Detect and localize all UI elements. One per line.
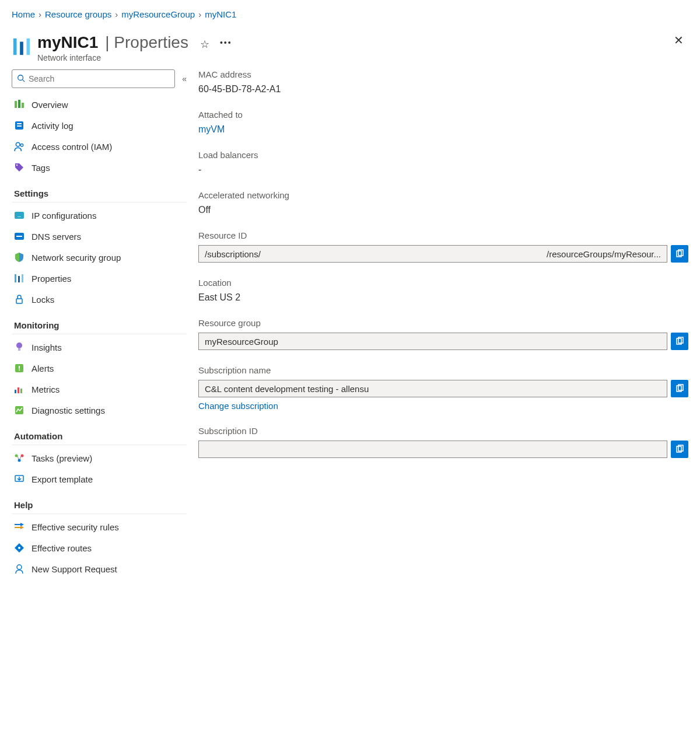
field-subscription-id: Subscription ID [198, 426, 688, 458]
resource-group-value[interactable]: myResourceGroup [198, 333, 667, 350]
svg-point-22 [16, 342, 22, 348]
field-resource-group: Resource group myResourceGroup [198, 318, 688, 350]
nav-effective-security-rules[interactable]: Effective security rules [12, 516, 187, 537]
activity-log-icon [14, 120, 24, 131]
nav-alerts[interactable]: Alerts [12, 358, 187, 379]
nav-export-template[interactable]: Export template [12, 469, 187, 490]
breadcrumb-resource[interactable]: myNIC1 [205, 9, 236, 19]
copy-button[interactable] [671, 245, 688, 263]
svg-line-34 [18, 456, 19, 459]
svg-rect-7 [22, 103, 24, 108]
subscription-id-value[interactable] [198, 441, 667, 458]
field-label: Subscription ID [198, 426, 688, 436]
svg-rect-6 [18, 100, 20, 108]
nav-ip-configurations[interactable]: ... IP configurations [12, 205, 187, 226]
svg-point-11 [16, 142, 20, 146]
svg-text:...: ... [18, 214, 21, 218]
nav-label: Alerts [32, 363, 54, 373]
effective-security-icon [14, 522, 24, 532]
nav-access-control[interactable]: Access control (IAM) [12, 136, 187, 157]
svg-rect-0 [13, 39, 17, 55]
breadcrumb-home[interactable]: Home [12, 9, 35, 19]
svg-rect-18 [15, 274, 16, 282]
nav-network-security-group[interactable]: Network security group [12, 247, 187, 268]
field-value: - [198, 165, 688, 175]
nav-label: Access control (IAM) [32, 142, 112, 152]
nav-tasks[interactable]: Tasks (preview) [12, 448, 187, 469]
svg-rect-1 [20, 42, 23, 55]
properties-panel: MAC address 60-45-BD-78-A2-A1 Attached t… [198, 69, 688, 579]
svg-rect-17 [16, 236, 22, 237]
metrics-icon [14, 384, 24, 394]
nav-properties[interactable]: Properties [12, 268, 187, 289]
alerts-icon [14, 363, 24, 373]
svg-point-3 [18, 75, 23, 80]
nav-label: New Support Request [32, 564, 117, 574]
nav-dns-servers[interactable]: DNS servers [12, 226, 187, 247]
nav-label: Tags [32, 163, 50, 173]
nav-new-support-request[interactable]: New Support Request [12, 558, 187, 579]
nav-label: Export template [32, 474, 93, 484]
svg-rect-26 [19, 369, 20, 370]
section-automation: Automation [12, 421, 187, 445]
effective-routes-icon [14, 543, 24, 553]
section-monitoring: Monitoring [12, 310, 187, 334]
more-actions-icon[interactable]: ••• [220, 38, 232, 47]
search-box[interactable] [12, 69, 175, 88]
search-input[interactable] [29, 74, 170, 83]
nav-overview[interactable]: Overview [12, 94, 187, 115]
field-label: Accelerated networking [198, 190, 688, 200]
nav-insights[interactable]: Insights [12, 337, 187, 358]
field-label: Subscription name [198, 365, 688, 375]
nav-label: IP configurations [32, 211, 96, 221]
sidebar: « Overview Activity log Access control (… [12, 69, 187, 579]
nav-label: Metrics [32, 385, 60, 394]
search-icon [17, 74, 25, 84]
copy-button[interactable] [671, 380, 688, 397]
close-button[interactable]: ✕ [674, 33, 684, 47]
nav-effective-routes[interactable]: Effective routes [12, 537, 187, 558]
svg-point-42 [18, 547, 20, 549]
copy-button[interactable] [671, 333, 688, 350]
favorite-star-icon[interactable]: ☆ [200, 38, 209, 51]
resource-id-value[interactable]: /subscriptions/ /resourceGroups/myResour… [198, 245, 667, 263]
nav-diagnostic-settings[interactable]: Diagnostic settings [12, 400, 187, 421]
breadcrumb: Home › Resource groups › myResourceGroup… [0, 0, 700, 24]
nav-tags[interactable]: Tags [12, 157, 187, 178]
section-settings: Settings [12, 178, 187, 202]
field-label: Resource ID [198, 230, 688, 240]
svg-rect-27 [15, 390, 16, 393]
nav-label: DNS servers [32, 232, 81, 242]
breadcrumb-resource-groups[interactable]: Resource groups [45, 9, 111, 19]
diagnostic-icon [14, 405, 24, 415]
field-label: Attached to [198, 110, 688, 120]
breadcrumb-group[interactable]: myResourceGroup [121, 9, 195, 19]
field-value: East US 2 [198, 292, 688, 303]
svg-point-32 [21, 455, 24, 457]
subscription-name-value[interactable]: C&L content development testing - allens… [198, 380, 667, 397]
svg-rect-2 [27, 39, 30, 55]
change-subscription-link[interactable]: Change subscription [198, 401, 278, 411]
collapse-sidebar-icon[interactable]: « [182, 74, 187, 83]
attached-vm-link[interactable]: myVM [198, 124, 225, 134]
nav-locks[interactable]: Locks [12, 289, 187, 310]
svg-line-4 [23, 79, 25, 82]
nav-label: Overview [32, 100, 68, 110]
field-attached-to: Attached to myVM [198, 110, 688, 135]
nav-activity-log[interactable]: Activity log [12, 115, 187, 136]
copy-button[interactable] [671, 441, 688, 458]
svg-rect-20 [22, 274, 23, 282]
svg-rect-21 [16, 299, 22, 303]
page-title: myNIC1 [37, 33, 98, 52]
svg-rect-10 [17, 125, 22, 127]
field-mac-address: MAC address 60-45-BD-78-A2-A1 [198, 69, 688, 95]
field-value: Off [198, 205, 688, 215]
ip-config-icon: ... [14, 210, 24, 221]
tasks-icon [14, 453, 24, 463]
field-value: 60-45-BD-78-A2-A1 [198, 84, 688, 95]
nav-metrics[interactable]: Metrics [12, 379, 187, 400]
people-icon [14, 141, 24, 152]
nav-label: Activity log [32, 121, 74, 131]
svg-rect-19 [18, 276, 20, 282]
field-label: MAC address [198, 69, 688, 79]
